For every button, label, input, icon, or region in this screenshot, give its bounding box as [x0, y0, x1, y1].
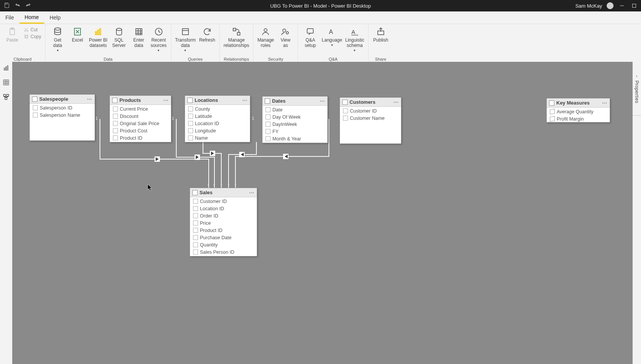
field-item[interactable]: Customer Name: [340, 114, 401, 122]
more-icon[interactable]: ⋯: [249, 190, 254, 195]
linguistic-schema-button[interactable]: A Linguistic schema ▾: [344, 25, 366, 52]
title-bar: UBG To Power BI - Model - Power BI Deskt…: [0, 0, 641, 11]
field-item[interactable]: Average Quantity: [547, 108, 610, 115]
publish-button[interactable]: Publish: [371, 25, 391, 43]
language-icon: A: [327, 26, 337, 37]
redo-icon[interactable]: [25, 2, 31, 10]
more-icon[interactable]: ⋯: [87, 96, 92, 102]
field-item[interactable]: Date: [263, 106, 327, 113]
ribbon: Paste Cut Copy Clipboard Get data ▾ Exce…: [0, 24, 641, 63]
properties-pane-tab[interactable]: ‹ Properties: [632, 62, 641, 116]
field-item[interactable]: Longitude: [185, 127, 250, 134]
report-view-button[interactable]: [2, 64, 10, 72]
save-icon[interactable]: [4, 2, 10, 10]
field-item[interactable]: Price: [190, 219, 257, 227]
table-icon: [112, 98, 118, 103]
excel-button[interactable]: Excel: [68, 25, 87, 43]
get-data-button[interactable]: Get data ▾: [48, 25, 68, 52]
svg-rect-41: [210, 151, 215, 156]
recent-sources-button[interactable]: Recent sources ▾: [149, 25, 169, 52]
field-item[interactable]: Product Cost: [110, 127, 171, 134]
table-salespeople[interactable]: Salespeople⋯ Salesperson ID Salesperson …: [29, 94, 95, 141]
field-item[interactable]: Day Of Week: [263, 113, 327, 121]
minimize-button[interactable]: [618, 3, 626, 8]
chevron-down-icon: ▾: [331, 43, 333, 47]
model-canvas[interactable]: 1 * 1 * * 1 * 1 * Salespeople⋯ Salespers…: [12, 62, 633, 364]
svg-text:A: A: [329, 29, 333, 35]
qa-setup-button[interactable]: Q&A setup: [300, 25, 320, 48]
sql-server-button[interactable]: SQL Server: [109, 25, 129, 48]
user-avatar-icon[interactable]: [607, 2, 614, 9]
table-icon: [32, 97, 37, 102]
more-icon[interactable]: ⋯: [393, 99, 399, 105]
field-item[interactable]: Profit Margin: [547, 115, 610, 122]
manage-roles-button[interactable]: Manage roles: [256, 25, 275, 48]
language-button[interactable]: A Language ▾: [320, 25, 343, 47]
field-item[interactable]: County: [185, 105, 250, 113]
table-sales[interactable]: Sales⋯ Customer ID Location ID Order ID …: [190, 188, 257, 256]
model-view-button[interactable]: [2, 93, 10, 101]
field-item[interactable]: Original Sale Price: [110, 120, 171, 127]
field-item[interactable]: Customer ID: [190, 198, 257, 205]
field-item[interactable]: DayInWeek: [263, 121, 327, 128]
field-item[interactable]: Salesperson ID: [30, 104, 95, 111]
field-item[interactable]: Customer ID: [340, 107, 401, 114]
table-products[interactable]: Products⋯ Current Price Discount Origina…: [110, 95, 171, 142]
field-item[interactable]: Location ID: [190, 205, 257, 212]
field-item[interactable]: Current Price: [110, 105, 171, 113]
table-customers[interactable]: Customers⋯ Customer ID Customer Name: [340, 97, 401, 144]
field-item[interactable]: Product ID: [110, 134, 171, 142]
menu-file[interactable]: File: [0, 11, 19, 24]
chevron-down-icon: ▾: [158, 48, 159, 52]
svg-rect-38: [195, 155, 200, 160]
group-label-security: Security: [256, 57, 295, 62]
field-item[interactable]: FY: [263, 128, 327, 135]
data-view-button[interactable]: [2, 79, 10, 86]
group-label-qa: Q&A: [300, 57, 366, 62]
more-icon[interactable]: ⋯: [242, 97, 248, 103]
field-item[interactable]: Name: [185, 134, 250, 142]
roles-icon: [260, 26, 271, 37]
field-item[interactable]: Salesperson Name: [30, 111, 95, 119]
field-item[interactable]: Discount: [110, 113, 171, 120]
view-as-button[interactable]: View as: [275, 25, 295, 48]
svg-point-22: [286, 32, 288, 34]
transform-data-button[interactable]: Transform data ▾: [174, 25, 197, 52]
menu-help[interactable]: Help: [44, 11, 66, 24]
undo-icon[interactable]: [14, 2, 21, 10]
field-item[interactable]: Quantity: [190, 241, 257, 248]
table-locations[interactable]: Locations⋯ County Latitude Location ID L…: [185, 95, 250, 142]
field-item[interactable]: Month & Year: [263, 135, 327, 142]
field-item[interactable]: Product ID: [190, 227, 257, 234]
svg-text:*: *: [228, 183, 230, 188]
copy-button: Copy: [24, 34, 41, 39]
table-dates[interactable]: Dates⋯ Date Day Of Week DayInWeek FY Mon…: [262, 96, 328, 143]
svg-rect-27: [4, 68, 5, 70]
table-icon: [549, 100, 554, 106]
field-item[interactable]: Location ID: [185, 120, 250, 127]
svg-rect-31: [3, 94, 5, 96]
clipboard-icon: [7, 26, 18, 37]
menu-home[interactable]: Home: [19, 11, 44, 24]
svg-rect-8: [25, 35, 27, 37]
field-item[interactable]: Latitude: [185, 113, 250, 120]
field-item[interactable]: Sales Person ID: [190, 248, 257, 256]
manage-relationships-button[interactable]: Manage relationships: [222, 25, 251, 48]
svg-rect-32: [7, 94, 9, 96]
field-item[interactable]: Purchase Date: [190, 234, 257, 241]
pbi-datasets-button[interactable]: Power BI datasets: [87, 25, 109, 48]
svg-rect-19: [237, 32, 240, 35]
more-icon[interactable]: ⋯: [163, 97, 169, 103]
svg-rect-12: [98, 30, 99, 35]
maximize-button[interactable]: [630, 3, 638, 8]
field-item[interactable]: Order ID: [190, 212, 257, 219]
enter-data-button[interactable]: Enter data: [129, 25, 149, 48]
table-key-measures[interactable]: Key Measures⋯ Average Quantity Profit Ma…: [546, 98, 610, 122]
database-icon: [52, 26, 63, 37]
cardinality-one: 1: [95, 116, 98, 121]
table-icon: [265, 98, 270, 104]
more-icon[interactable]: ⋯: [602, 100, 607, 106]
recent-icon: [153, 26, 164, 37]
refresh-button[interactable]: Refresh: [197, 25, 217, 43]
more-icon[interactable]: ⋯: [320, 98, 325, 104]
